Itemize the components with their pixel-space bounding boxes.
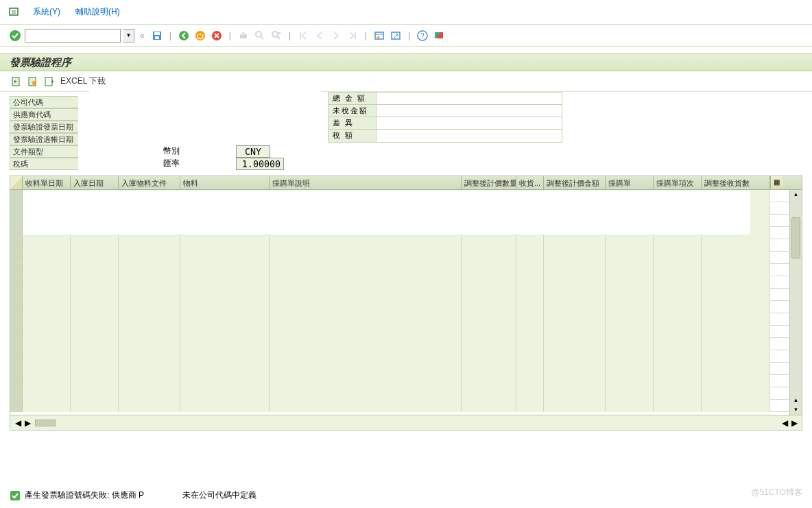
row-selector[interactable] <box>10 264 23 276</box>
grid-cell[interactable] <box>23 338 71 350</box>
grid-cell[interactable] <box>23 301 71 313</box>
grid-cell[interactable] <box>702 289 770 301</box>
row-selector[interactable] <box>10 326 23 337</box>
row-selector[interactable] <box>10 239 23 251</box>
grid-cell[interactable] <box>544 264 606 276</box>
grid-cell[interactable] <box>544 363 606 375</box>
row-selector[interactable] <box>10 363 23 374</box>
grid-cell[interactable] <box>606 400 654 412</box>
grid-cell[interactable] <box>270 326 462 338</box>
grid-cell[interactable] <box>119 326 180 338</box>
grid-cell[interactable] <box>516 264 544 276</box>
grid-cell[interactable] <box>702 338 770 350</box>
grid-cell[interactable] <box>119 387 180 400</box>
grid-cell[interactable] <box>702 252 770 264</box>
table-row[interactable] <box>10 400 802 412</box>
grid-cell[interactable] <box>516 252 544 264</box>
col-po-desc[interactable]: 採購單說明 <box>270 176 462 189</box>
grid-cell[interactable] <box>462 326 516 338</box>
grid-cell[interactable] <box>544 289 606 301</box>
grid-cell[interactable] <box>119 400 180 412</box>
grid-cell[interactable] <box>544 239 606 252</box>
grid-cell[interactable] <box>270 313 462 326</box>
grid-cell[interactable] <box>119 264 180 276</box>
grid-cell[interactable] <box>270 338 462 350</box>
select-all-corner[interactable] <box>10 176 23 189</box>
grid-cell[interactable] <box>180 363 270 375</box>
grid-cell[interactable] <box>606 326 654 338</box>
grid-cell[interactable] <box>544 313 606 326</box>
scroll-down-icon[interactable]: ▲ <box>790 396 802 405</box>
grid-cell[interactable] <box>606 252 654 264</box>
grid-cell[interactable] <box>544 350 606 363</box>
grid-cell[interactable] <box>71 375 119 387</box>
grid-cell[interactable] <box>516 350 544 363</box>
grid-cell[interactable] <box>71 387 119 400</box>
grid-cell[interactable] <box>702 301 770 313</box>
scroll-thumb[interactable] <box>791 217 800 258</box>
menu-help[interactable]: 輔助說明(H) <box>69 3 127 21</box>
grid-cell[interactable] <box>516 313 544 326</box>
table-row[interactable] <box>10 239 802 252</box>
grid-cell[interactable] <box>544 301 606 313</box>
grid-cell[interactable] <box>702 363 770 375</box>
grid-cell[interactable] <box>462 239 516 252</box>
grid-cell[interactable] <box>119 276 180 289</box>
excel-download-label[interactable]: EXCEL 下載 <box>60 75 106 87</box>
grid-cell[interactable] <box>462 350 516 363</box>
grid-cell[interactable] <box>270 301 462 313</box>
enter-icon[interactable] <box>8 29 22 43</box>
grid-cell[interactable] <box>71 264 119 276</box>
col-adj-qty[interactable]: 調整後計價數量 <box>462 176 516 189</box>
grid-cell[interactable] <box>654 363 702 375</box>
grid-cell[interactable] <box>23 313 71 326</box>
grid-cell[interactable] <box>270 239 462 252</box>
variant-icon[interactable] <box>26 75 40 88</box>
grid-cell[interactable] <box>702 387 770 400</box>
col-material[interactable]: 物料 <box>180 176 270 189</box>
grid-cell[interactable] <box>119 375 180 387</box>
grid-cell[interactable] <box>702 276 770 289</box>
grid-cell[interactable] <box>516 326 544 338</box>
row-selector[interactable] <box>10 375 23 387</box>
menu-dropdown-icon[interactable] <box>8 6 21 19</box>
grid-cell[interactable] <box>119 252 180 264</box>
grid-cell[interactable] <box>654 326 702 338</box>
table-row[interactable] <box>10 289 802 301</box>
exit-icon[interactable] <box>193 29 207 43</box>
scroll-thumb[interactable] <box>35 420 56 426</box>
table-row[interactable] <box>10 301 802 313</box>
grid-cell[interactable] <box>180 301 270 313</box>
grid-cell[interactable] <box>654 264 702 276</box>
grid-cell[interactable] <box>180 252 270 264</box>
col-gr-doc[interactable]: 入庫物料文件 <box>119 176 180 189</box>
grid-cell[interactable] <box>462 252 516 264</box>
grid-cell[interactable] <box>23 375 71 387</box>
table-row[interactable] <box>10 276 802 289</box>
grid-cell[interactable] <box>23 387 71 400</box>
grid-cell[interactable] <box>270 350 462 363</box>
grid-cell[interactable] <box>654 276 702 289</box>
scroll-down-icon[interactable]: ▼ <box>790 405 802 415</box>
grid-cell[interactable] <box>544 338 606 350</box>
row-selector[interactable] <box>10 313 23 325</box>
shortcut-icon[interactable] <box>389 29 403 43</box>
grid-cell[interactable] <box>462 375 516 387</box>
col-gr-date[interactable]: 入庫日期 <box>71 176 119 189</box>
excel-export-icon[interactable] <box>43 75 56 88</box>
row-selector[interactable] <box>10 252 23 263</box>
grid-cell[interactable] <box>23 350 71 363</box>
grid-cell[interactable] <box>702 375 770 387</box>
grid-cell[interactable] <box>71 363 119 375</box>
menu-system[interactable]: 系統(Y) <box>26 3 67 21</box>
row-selector[interactable] <box>10 202 23 214</box>
grid-cell[interactable] <box>516 239 544 252</box>
col-adj-gr-qty[interactable]: 調整後收貨數 <box>702 176 770 189</box>
grid-cell[interactable] <box>71 338 119 350</box>
grid-cell[interactable] <box>462 387 516 400</box>
grid-cell[interactable] <box>119 313 180 326</box>
grid-cell[interactable] <box>270 252 462 264</box>
new-session-icon[interactable]: ★ <box>372 29 386 43</box>
grid-cell[interactable] <box>462 363 516 375</box>
grid-cell[interactable] <box>270 387 462 400</box>
